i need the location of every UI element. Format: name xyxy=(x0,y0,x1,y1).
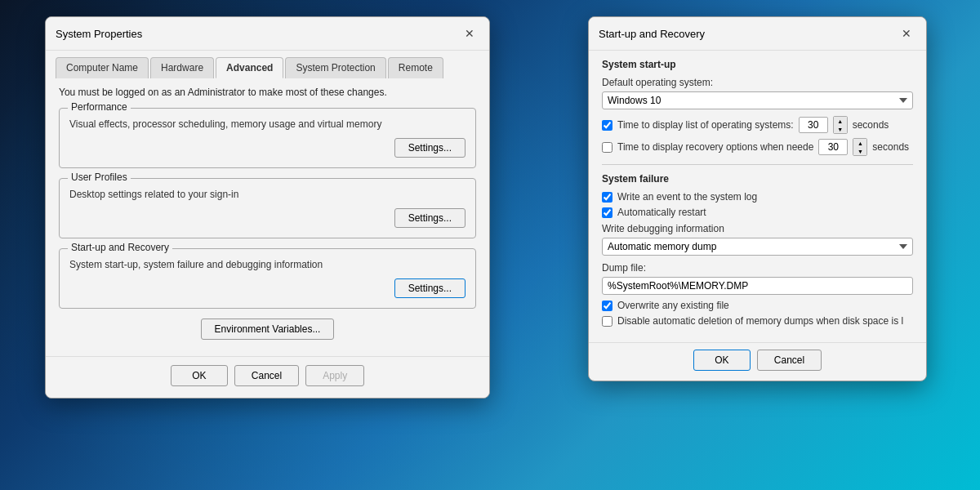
performance-description: Visual effects, processor scheduling, me… xyxy=(69,118,466,130)
tab-bar: Computer Name Hardware Advanced System P… xyxy=(46,51,489,78)
show-os-list-label: Time to display list of operating system… xyxy=(617,119,794,131)
system-properties-close-button[interactable]: ✕ xyxy=(460,24,479,43)
tab-system-protection[interactable]: System Protection xyxy=(285,57,385,78)
performance-group-label: Performance xyxy=(68,101,131,113)
tab-hardware[interactable]: Hardware xyxy=(150,57,214,78)
show-os-list-spinner: ▲ ▼ xyxy=(833,116,848,134)
write-debugging-select[interactable]: Automatic memory dump xyxy=(602,238,913,256)
startup-recovery-title: Start-up and Recovery xyxy=(599,28,705,40)
user-profiles-description: Desktop settings related to your sign-in xyxy=(69,189,466,200)
startup-recovery-footer: OK Cancel xyxy=(589,342,926,381)
auto-restart-label: Automatically restart xyxy=(617,207,706,218)
system-properties-body: You must be logged on as an Administrato… xyxy=(46,78,489,356)
performance-settings-button[interactable]: Settings... xyxy=(394,138,466,158)
startup-recovery-dialog: Start-up and Recovery ✕ System start-up … xyxy=(588,16,927,381)
startup-recovery-description: System start-up, system failure and debu… xyxy=(69,259,466,270)
overwrite-checkbox[interactable] xyxy=(602,301,612,311)
tab-computer-name[interactable]: Computer Name xyxy=(56,57,149,78)
show-recovery-checkbox[interactable] xyxy=(602,142,612,153)
tab-advanced[interactable]: Advanced xyxy=(216,57,283,78)
system-properties-cancel-button[interactable]: Cancel xyxy=(234,365,299,386)
show-recovery-spinner: ▲ ▼ xyxy=(853,138,867,156)
system-properties-footer: OK Cancel Apply xyxy=(46,356,489,398)
disable-auto-delete-row: Disable automatic deletion of memory dum… xyxy=(602,315,913,327)
show-os-list-up-button[interactable]: ▲ xyxy=(834,117,847,125)
write-event-row: Write an event to the system log xyxy=(602,191,913,203)
disable-auto-delete-checkbox[interactable] xyxy=(602,316,612,327)
show-recovery-down-button[interactable]: ▼ xyxy=(853,147,866,155)
system-properties-apply-button[interactable]: Apply xyxy=(305,365,364,386)
show-os-list-unit: seconds xyxy=(853,119,889,131)
startup-recovery-titlebar: Start-up and Recovery ✕ xyxy=(589,17,926,51)
dump-file-input[interactable] xyxy=(602,277,913,295)
system-properties-dialog: System Properties ✕ Computer Name Hardwa… xyxy=(45,16,490,399)
show-os-list-row: Time to display list of operating system… xyxy=(602,116,913,134)
startup-recovery-body: System start-up Default operating system… xyxy=(589,51,926,342)
write-event-label: Write an event to the system log xyxy=(617,191,757,203)
user-profiles-group-label: User Profiles xyxy=(68,172,131,183)
show-recovery-value-input[interactable] xyxy=(818,139,848,155)
write-event-checkbox[interactable] xyxy=(602,192,612,203)
user-profiles-settings-button[interactable]: Settings... xyxy=(394,208,466,228)
system-startup-header: System start-up xyxy=(602,59,913,70)
system-failure-header: System failure xyxy=(602,173,913,185)
startup-recovery-close-button[interactable]: ✕ xyxy=(897,24,916,43)
auto-restart-row: Automatically restart xyxy=(602,207,913,218)
overwrite-label: Overwrite any existing file xyxy=(617,300,729,311)
user-profiles-group: User Profiles Desktop settings related t… xyxy=(59,178,476,238)
default-os-label: Default operating system: xyxy=(602,77,913,88)
system-properties-title: System Properties xyxy=(56,28,142,40)
startup-recovery-group-label: Start-up and Recovery xyxy=(68,242,172,253)
show-os-list-down-button[interactable]: ▼ xyxy=(834,125,847,133)
system-properties-titlebar: System Properties ✕ xyxy=(46,17,489,51)
system-properties-ok-button[interactable]: OK xyxy=(171,365,228,386)
admin-note: You must be logged on as an Administrato… xyxy=(59,87,476,98)
tab-remote[interactable]: Remote xyxy=(388,57,443,78)
overwrite-row: Overwrite any existing file xyxy=(602,300,913,311)
show-recovery-unit: seconds xyxy=(872,141,909,153)
startup-recovery-group: Start-up and Recovery System start-up, s… xyxy=(59,248,476,309)
show-os-list-checkbox[interactable] xyxy=(602,120,612,131)
startup-recovery-settings-button[interactable]: Settings... xyxy=(394,278,466,298)
disable-auto-delete-label: Disable automatic deletion of memory dum… xyxy=(617,315,903,327)
auto-restart-checkbox[interactable] xyxy=(602,207,612,218)
show-recovery-row: Time to display recovery options when ne… xyxy=(602,138,913,156)
show-recovery-label: Time to display recovery options when ne… xyxy=(617,141,813,153)
dump-file-label: Dump file: xyxy=(602,262,913,274)
show-os-list-value-input[interactable] xyxy=(799,117,828,133)
write-debugging-label: Write debugging information xyxy=(602,223,913,234)
performance-group: Performance Visual effects, processor sc… xyxy=(59,108,476,168)
section-divider xyxy=(602,164,913,165)
startup-recovery-cancel-button[interactable]: Cancel xyxy=(757,350,822,371)
default-os-select[interactable]: Windows 10 xyxy=(602,91,913,109)
show-recovery-up-button[interactable]: ▲ xyxy=(853,139,866,147)
startup-recovery-ok-button[interactable]: OK xyxy=(693,350,751,371)
environment-variables-button[interactable]: Environment Variables... xyxy=(201,318,335,340)
